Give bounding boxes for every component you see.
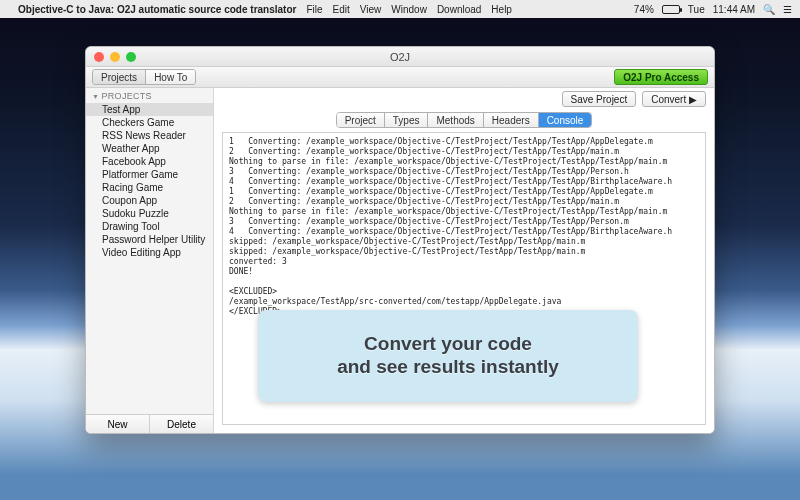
pro-access-button[interactable]: O2J Pro Access <box>614 69 708 85</box>
toolbar: Projects How To O2J Pro Access <box>86 67 714 88</box>
delete-project-button[interactable]: Delete <box>150 415 213 433</box>
content-tab-project[interactable]: Project <box>337 113 385 127</box>
sidebar-item[interactable]: Sudoku Puzzle <box>86 207 213 220</box>
battery-pct: 74% <box>634 4 654 15</box>
content-tab-types[interactable]: Types <box>385 113 429 127</box>
new-project-button[interactable]: New <box>86 415 150 433</box>
callout-line1: Convert your code <box>337 333 559 356</box>
convert-button[interactable]: Convert ▶ <box>642 91 706 107</box>
spotlight-icon[interactable]: 🔍 <box>763 4 775 15</box>
sidebar-item[interactable]: Checkers Game <box>86 116 213 129</box>
toolbar-tabs: Projects How To <box>92 69 196 85</box>
menu-help[interactable]: Help <box>491 4 512 15</box>
project-list: Test AppCheckers GameRSS News ReaderWeat… <box>86 103 213 414</box>
notification-center-icon[interactable]: ☰ <box>783 4 792 15</box>
sidebar-item[interactable]: Password Helper Utility <box>86 233 213 246</box>
sidebar: PROJECTS Test AppCheckers GameRSS News R… <box>86 88 214 433</box>
save-project-button[interactable]: Save Project <box>562 91 637 107</box>
sidebar-item[interactable]: RSS News Reader <box>86 129 213 142</box>
desktop: Objective-C to Java: O2J automatic sourc… <box>0 0 800 500</box>
sidebar-item[interactable]: Weather App <box>86 142 213 155</box>
sidebar-item[interactable]: Coupon App <box>86 194 213 207</box>
menu-download[interactable]: Download <box>437 4 481 15</box>
sidebar-item[interactable]: Facebook App <box>86 155 213 168</box>
promo-callout: Convert your code and see results instan… <box>258 310 638 402</box>
content-tabs: ProjectTypesMethodsHeadersConsole <box>336 112 593 128</box>
clock-time: 11:44 AM <box>713 4 755 15</box>
content-tab-console[interactable]: Console <box>539 113 592 127</box>
tab-howto[interactable]: How To <box>146 70 195 84</box>
menu-file[interactable]: File <box>306 4 322 15</box>
sidebar-item[interactable]: Video Editing App <box>86 246 213 259</box>
menu-window[interactable]: Window <box>391 4 427 15</box>
content-tab-methods[interactable]: Methods <box>428 113 483 127</box>
battery-icon <box>662 5 680 14</box>
menubar-app-title[interactable]: Objective-C to Java: O2J automatic sourc… <box>18 4 296 15</box>
content-tab-headers[interactable]: Headers <box>484 113 539 127</box>
window-titlebar[interactable]: O2J <box>86 47 714 67</box>
window-title: O2J <box>86 51 714 63</box>
menu-view[interactable]: View <box>360 4 382 15</box>
sidebar-item[interactable]: Racing Game <box>86 181 213 194</box>
sidebar-header[interactable]: PROJECTS <box>86 88 213 103</box>
macos-menubar: Objective-C to Java: O2J automatic sourc… <box>0 0 800 18</box>
callout-line2: and see results instantly <box>337 356 559 379</box>
tab-projects[interactable]: Projects <box>93 70 146 84</box>
menu-edit[interactable]: Edit <box>333 4 350 15</box>
sidebar-item[interactable]: Drawing Tool <box>86 220 213 233</box>
sidebar-item[interactable]: Test App <box>86 103 213 116</box>
clock-day: Tue <box>688 4 705 15</box>
sidebar-item[interactable]: Platformer Game <box>86 168 213 181</box>
